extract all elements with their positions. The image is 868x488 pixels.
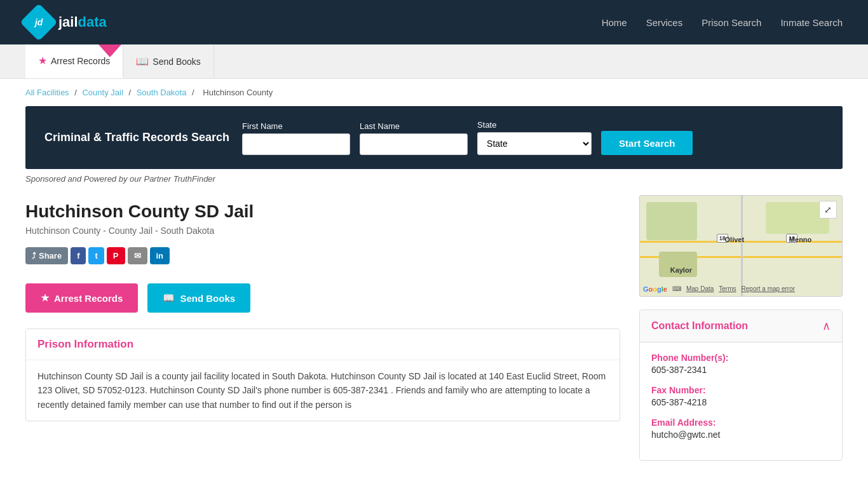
right-column: 18 18 Olivet Menno Kaylor ⤢ Google ⌨ Map…	[639, 195, 843, 461]
email-icon: ✉	[134, 251, 141, 261]
sub-nav: ★ Arrest Records 📖 Send Books	[0, 44, 868, 79]
breadcrumb-sep-3: /	[192, 88, 196, 97]
tab-arrest-records-label: Arrest Records	[51, 56, 110, 66]
pinterest-icon: P	[113, 251, 119, 261]
logo-initials: jd	[35, 17, 43, 27]
facebook-button[interactable]: f	[71, 247, 86, 264]
logo-data: data	[78, 14, 107, 30]
first-name-field: First Name	[242, 121, 350, 155]
map-expand-button[interactable]: ⤢	[819, 201, 837, 219]
map-footer: Google ⌨ Map Data Terms Report a map err…	[643, 285, 795, 293]
search-banner: Criminal & Traffic Records Search First …	[25, 106, 843, 169]
social-icons: ⤴ Share f t P ✉ in	[25, 247, 620, 264]
page-subtitle: Hutchinson County - County Jail - South …	[25, 226, 620, 236]
arrest-records-button[interactable]: ★ Arrest Records	[25, 283, 138, 313]
send-books-label: Send Books	[180, 293, 235, 304]
state-label: State	[477, 120, 592, 130]
arrest-records-label: Arrest Records	[54, 293, 123, 304]
email-button[interactable]: ✉	[128, 247, 147, 264]
map-road-vertical	[741, 196, 743, 296]
map-label-kaylor: Kaylor	[670, 266, 692, 274]
logo-text: jaildata	[58, 14, 107, 30]
map-data-link[interactable]: Map Data	[686, 285, 714, 293]
arrest-star-icon: ★	[41, 292, 49, 304]
logo-jail: jail	[58, 14, 78, 30]
twitter-button[interactable]: t	[88, 247, 104, 264]
state-select[interactable]: State South Dakota Alabama	[477, 132, 592, 155]
main-nav: Home Services Prison Search Inmate Searc…	[602, 17, 843, 28]
start-search-button[interactable]: Start Search	[601, 131, 693, 155]
linkedin-button[interactable]: in	[150, 247, 170, 264]
tab-arrest-records[interactable]: ★ Arrest Records	[25, 44, 123, 78]
prison-info-body: Hutchinson County SD Jail is a county ja…	[26, 360, 620, 421]
map-terms-link[interactable]: Terms	[719, 285, 736, 293]
map-keyboard-icon: ⌨	[672, 285, 681, 293]
action-buttons: ★ Arrest Records 📖 Send Books	[25, 283, 620, 313]
contact-title: Contact Information	[651, 320, 748, 332]
pinterest-button[interactable]: P	[107, 247, 125, 264]
map-patch-1	[646, 202, 697, 240]
prison-info-header: Prison Information	[26, 329, 620, 360]
breadcrumb-all-facilities[interactable]: All Facilities	[25, 88, 69, 97]
prison-info-text: Hutchinson County SD Jail is a county ja…	[37, 369, 608, 412]
breadcrumb-south-dakota[interactable]: South Dakota	[137, 88, 187, 97]
email-label: Email Address:	[651, 417, 831, 428]
contact-card: Contact Information ∧ Phone Number(s): 6…	[639, 309, 843, 461]
fax-label: Fax Number:	[651, 385, 831, 395]
last-name-label: Last Name	[360, 121, 468, 131]
facebook-icon: f	[77, 251, 79, 261]
first-name-label: First Name	[242, 121, 350, 131]
linkedin-icon: in	[156, 251, 164, 261]
phone-value: 605-387-2341	[651, 365, 831, 375]
nav-prison-search[interactable]: Prison Search	[702, 17, 761, 28]
fax-field: Fax Number: 605-387-4218	[651, 385, 831, 407]
fax-value: 605-387-4218	[651, 397, 831, 407]
nav-inmate-search[interactable]: Inmate Search	[780, 17, 843, 28]
send-books-book-icon: 📖	[163, 292, 175, 304]
left-column: Hutchinson County SD Jail Hutchinson Cou…	[25, 195, 620, 461]
logo-area: jd jaildata	[25, 9, 107, 36]
email-field: Email Address: hutcho@gwtc.net	[651, 417, 831, 440]
tab-send-books[interactable]: 📖 Send Books	[123, 45, 214, 78]
phone-field: Phone Number(s): 605-387-2341	[651, 353, 831, 375]
email-value: hutcho@gwtc.net	[651, 430, 831, 440]
sponsored-text: Sponsored and Powered by our Partner Tru…	[0, 169, 868, 189]
logo-icon: jd	[20, 3, 57, 41]
search-fields: First Name Last Name State State South D…	[242, 120, 824, 155]
map-label-olivet: Olivet	[725, 236, 745, 243]
state-field: State State South Dakota Alabama	[477, 120, 592, 155]
contact-body: Phone Number(s): 605-387-2341 Fax Number…	[640, 342, 842, 460]
twitter-icon: t	[95, 251, 97, 261]
map-background: 18 18 Olivet Menno Kaylor ⤢ Google ⌨ Map…	[640, 196, 842, 296]
header: jd jaildata Home Services Prison Search …	[0, 0, 868, 44]
send-books-button[interactable]: 📖 Send Books	[147, 283, 250, 313]
first-name-input[interactable]	[242, 133, 350, 155]
contact-chevron-icon[interactable]: ∧	[822, 319, 831, 333]
nav-home[interactable]: Home	[602, 17, 627, 28]
main-content: Hutchinson County SD Jail Hutchinson Cou…	[0, 189, 868, 480]
book-icon: 📖	[136, 55, 149, 67]
breadcrumb-hutchinson-county: Hutchinson County	[203, 88, 273, 97]
prison-info-title: Prison Information	[37, 338, 608, 351]
search-banner-title: Criminal & Traffic Records Search	[44, 131, 229, 144]
google-logo: Google	[643, 285, 667, 293]
map-report-link[interactable]: Report a map error	[742, 285, 795, 293]
breadcrumb-sep-2: /	[128, 88, 133, 97]
map-container: 18 18 Olivet Menno Kaylor ⤢ Google ⌨ Map…	[639, 195, 843, 297]
map-label-menno: Menno	[789, 236, 811, 243]
tab-send-books-label: Send Books	[153, 57, 201, 67]
share-button[interactable]: ⤴ Share	[25, 247, 68, 264]
nav-services[interactable]: Services	[646, 17, 683, 28]
prison-info-card: Prison Information Hutchinson County SD …	[25, 329, 620, 421]
last-name-input[interactable]	[360, 133, 468, 155]
contact-header: Contact Information ∧	[640, 310, 842, 342]
last-name-field: Last Name	[360, 121, 468, 155]
share-label: Share	[39, 251, 62, 261]
phone-label: Phone Number(s):	[651, 353, 831, 363]
share-icon: ⤴	[32, 251, 36, 261]
breadcrumb-county-jail[interactable]: County Jail	[82, 88, 123, 97]
breadcrumb: All Facilities / County Jail / South Dak…	[0, 79, 868, 106]
page-title: Hutchinson County SD Jail	[25, 201, 620, 222]
star-icon: ★	[38, 55, 47, 67]
breadcrumb-sep-1: /	[74, 88, 79, 97]
